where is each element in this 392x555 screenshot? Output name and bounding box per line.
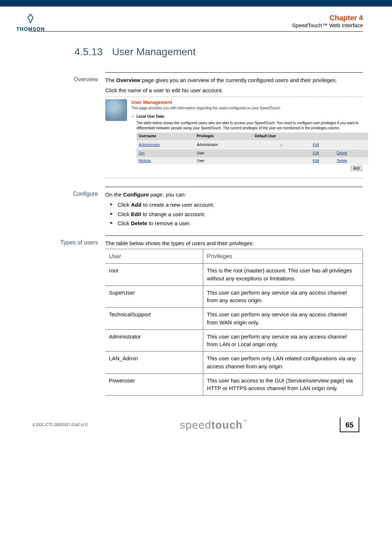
col-user: User <box>105 249 203 263</box>
thomson-logo-icon <box>25 13 36 24</box>
section-title: User Management <box>112 46 196 57</box>
thomson-logo: THOMSON <box>16 13 45 32</box>
delete-link[interactable]: Delete <box>337 151 347 155</box>
chapter-label: Chapter 4 <box>29 14 363 22</box>
edit-link[interactable]: Edit <box>313 151 319 155</box>
checkmark-icon: ✓ <box>279 142 284 148</box>
col-privileges: Privileges <box>203 249 363 263</box>
configure-list: Click Add to create a new user account. … <box>110 201 363 227</box>
document-id: E-DOC-CTC-20051017-0142 v1.0 <box>33 423 87 427</box>
types-body: The table below shows the types of users… <box>105 239 363 396</box>
inset-title: User Management <box>131 99 363 106</box>
delete-link[interactable]: Delete <box>337 159 347 163</box>
page-number: 65 <box>340 417 359 432</box>
inset-section-label: Local User Data <box>131 114 363 119</box>
add-button[interactable]: Add <box>351 166 362 171</box>
divider <box>105 187 363 187</box>
user-link[interactable]: Jon <box>139 151 144 155</box>
configure-label: Configure <box>29 191 105 229</box>
table-row: Administrator Administrator ✓ Edit <box>136 140 368 150</box>
page-footer: E-DOC-CTC-20051017-0142 v1.0 speedtouch™… <box>29 417 363 432</box>
table-row: AdministratorThis user can perform any s… <box>105 329 363 352</box>
table-row: TechnicalSupportThis user can perform an… <box>105 308 363 330</box>
table-row: Melissa User Edit Delete <box>136 157 368 165</box>
inset-subtitle: This page provides you with information … <box>131 106 363 111</box>
header-rule <box>29 31 363 32</box>
overview-body: The Overview page gives you an overview … <box>105 76 363 180</box>
table-row: PoweruserThis user has access to the GUI… <box>105 373 363 396</box>
divider <box>105 72 363 73</box>
list-item: Click Add to create a new user account. <box>110 201 363 209</box>
table-row: LAN_AdminThis user can perform only LAN … <box>105 352 363 374</box>
local-user-table: Username Privileges Default User Adminis… <box>136 133 368 165</box>
table-row: SuperUserThis user can perform any servi… <box>105 285 363 308</box>
table-row: Jon User Edit Delete <box>136 150 368 157</box>
user-link[interactable]: Administrator <box>139 143 160 147</box>
dashed-divider <box>105 97 363 97</box>
dashed-divider <box>105 178 363 178</box>
configure-body: On the Configure page, you can: Click Ad… <box>105 191 363 229</box>
inset-desc: The table below shows the configured use… <box>131 121 363 130</box>
col-privileges: Privileges <box>195 133 253 140</box>
section-heading: 4.5.13 User Management <box>74 46 363 58</box>
divider <box>105 235 363 236</box>
speedtouch-brand: speedtouch™ <box>180 419 247 431</box>
privileges-table: User Privileges rootThis is the root (ma… <box>105 249 363 396</box>
edit-link[interactable]: Edit <box>313 143 319 147</box>
thomson-logo-text: THOMSON <box>16 26 45 32</box>
edit-link[interactable]: Edit <box>313 159 319 163</box>
user-link[interactable]: Melissa <box>139 159 151 163</box>
users-icon <box>105 99 127 121</box>
types-label: Types of users <box>29 239 105 396</box>
section-number: 4.5.13 <box>74 46 103 57</box>
top-bar <box>0 0 392 7</box>
screenshot-inset: User Management This page provides you w… <box>105 99 363 171</box>
list-item: Click Delete to remove a user. <box>110 219 363 227</box>
table-row: rootThis is the root (master) account. T… <box>105 264 363 286</box>
col-username: Username <box>136 133 195 140</box>
overview-label: Overview <box>29 76 105 180</box>
header-subtitle: SpeedTouch™ Web Interface <box>29 22 363 28</box>
list-item: Click Edit to change a user account. <box>110 210 363 218</box>
col-default-user: Default User <box>253 133 311 140</box>
